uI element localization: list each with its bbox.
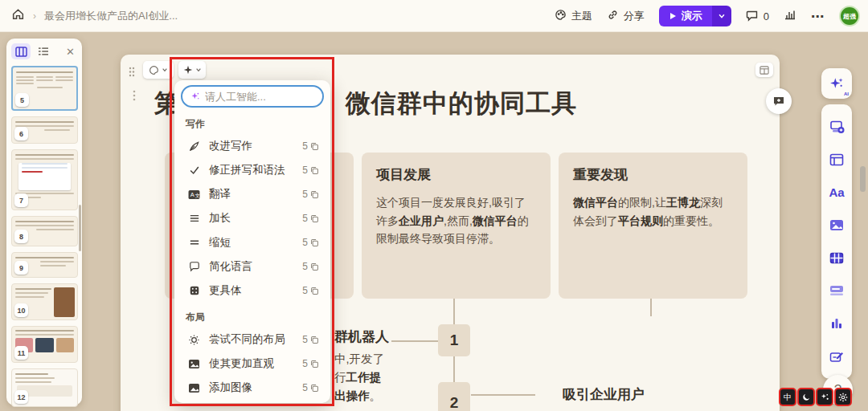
ai-prompt-field[interactable] [181,85,324,108]
breadcrumb-chevron-icon: › [33,10,36,22]
template-icon [760,66,769,75]
slide-thumbnail[interactable]: 9 [11,252,78,278]
add-comment-button[interactable] [766,88,792,114]
ai-menu-item-shorten[interactable]: 缩短 5 [181,230,324,254]
slide-thumbnail[interactable]: 12 [11,368,78,407]
slide-thumbnail[interactable]: 7 [11,149,78,210]
credit-cost: 5 [302,140,319,152]
window-scrollbar[interactable] [860,166,866,192]
slide-thumbnail[interactable]: 10 [11,283,78,320]
layout-frame-icon[interactable] [826,149,847,170]
ai-menu-item-translate[interactable]: A文 翻译 5 [181,182,324,206]
chevron-down-icon [195,67,202,73]
timeline-heading[interactable]: 群机器人 [334,328,389,346]
language-label: 中 [784,392,792,403]
ai-assistant-button[interactable]: AI [821,68,852,99]
card-color-dropdown[interactable] [143,61,174,79]
credit-cost: 5 [302,285,319,296]
ai-prompt-input[interactable] [205,91,309,103]
slide-thumbnail[interactable]: 11 [11,326,78,363]
credits-icon [310,142,319,151]
quill-icon [187,140,201,153]
card-view-icon [15,47,27,57]
slide-thumbnail[interactable]: 8 [11,216,78,246]
credit-cost: 5 [302,213,319,224]
link-icon [607,9,619,23]
text-style-icon[interactable]: Aa [826,182,847,203]
effects-button[interactable] [816,388,833,406]
ai-sparkle-dropdown[interactable] [178,61,206,79]
ai-menu-item-label: 缩短 [209,235,302,250]
slide-thumbnail[interactable]: 6 [11,116,78,144]
dark-mode-button[interactable] [797,388,815,406]
ai-menu-item-add-image[interactable]: 添加图像 5 [181,376,324,400]
card-view-toggle[interactable] [11,43,31,59]
breadcrumb[interactable]: 最会用增长做产品的AI创业... [44,9,178,23]
share-label: 分享 [624,9,645,23]
chart-icon[interactable] [826,313,847,334]
card-drag-handle[interactable] [129,66,135,80]
add-card-icon[interactable] [826,116,847,137]
credit-cost: 5 [302,237,319,248]
language-toggle-button[interactable]: 中 [779,388,796,406]
theme-button[interactable]: 主题 [555,9,592,23]
list-view-toggle[interactable] [34,43,53,59]
ai-menu-item-simplify[interactable]: 简化语言 5 [181,254,324,279]
sidebar-scrollbar[interactable] [79,205,81,251]
slide-number-badge: 5 [15,93,29,107]
ai-menu-item-label: 添加图像 [209,380,302,395]
slide-title[interactable]: 微信群中的协同工具 [346,87,577,120]
block-drag-handle[interactable] [133,90,136,104]
content-card[interactable]: 重要发现 微信平台的限制,让王博龙深刻体会到了平台规则的重要性。 [559,153,747,299]
present-button[interactable]: 演示 [659,6,712,26]
ai-menu-item-try-layouts[interactable]: 尝试不同的布局 5 [181,328,324,352]
svg-text:文: 文 [194,192,200,197]
gear-icon [838,393,848,402]
callout-icon[interactable] [826,280,847,301]
more-options-icon[interactable]: ⋯ [811,9,825,24]
palette-icon [555,9,567,23]
content-card[interactable]: 项目发展 这个项目一度发展良好,吸引了许多企业用户,然而,微信平台的限制最终导致… [362,153,551,299]
home-icon[interactable] [11,7,25,24]
ai-menu-item-make-visual[interactable]: 使其更加直观 5 [181,352,324,376]
table-grid-icon[interactable] [826,247,847,268]
card-heading: 重要发现 [573,165,733,184]
analytics-icon[interactable] [784,8,796,24]
dice-icon [187,285,201,296]
timeline-step-number: 1 [438,324,470,356]
chevron-down-icon [162,67,168,73]
present-dropdown-button[interactable] [712,6,731,26]
share-button[interactable]: 分享 [607,9,645,23]
idea-icon [187,334,201,346]
slide-thumbnail[interactable]: 5 [11,66,78,111]
theme-label: 主题 [571,9,592,23]
form-edit-icon[interactable] [826,346,847,367]
avatar[interactable]: 超强 [839,6,860,26]
ai-menu-item-label: 使其更加直观 [209,356,302,371]
ai-menu-item-fix-spelling[interactable]: 修正拼写和语法 5 [181,158,324,182]
comments-button[interactable]: 0 [746,9,769,24]
speech-bubble-icon [187,261,201,272]
ai-menu-item-more-specific[interactable]: 更具体 5 [181,279,324,303]
chevron-down-icon [718,12,726,20]
timeline-step-label[interactable]: 吸引企业用户 [563,385,645,404]
ai-menu-item-improve-writing[interactable]: 改进写作 5 [181,134,324,158]
ai-menu-item-label: 改进写作 [209,139,302,153]
image-icon [187,359,201,369]
insert-toolbar: Aa [821,104,852,379]
card-template-button[interactable] [755,63,773,77]
svg-text:A: A [190,191,194,198]
close-panel-icon[interactable]: ✕ [66,46,78,58]
comment-icon [746,9,759,24]
play-icon [669,12,677,20]
moon-icon [802,393,811,401]
topbar: › 最会用增长做产品的AI创业... 主题 分享 演示 [0,0,868,32]
image-icon[interactable] [826,215,847,236]
ai-menu-item-lengthen[interactable]: 加长 5 [181,206,324,230]
ai-menu-section-label: 写作 [181,114,324,134]
settings-button[interactable] [834,388,852,406]
credit-cost: 5 [302,334,319,345]
timeline-text[interactable]: 中,开发了行工作提出操作。 [334,350,389,411]
app-window: › 最会用增长做产品的AI创业... 主题 分享 演示 [0,0,868,411]
ai-menu-item-label: 更具体 [209,283,302,298]
